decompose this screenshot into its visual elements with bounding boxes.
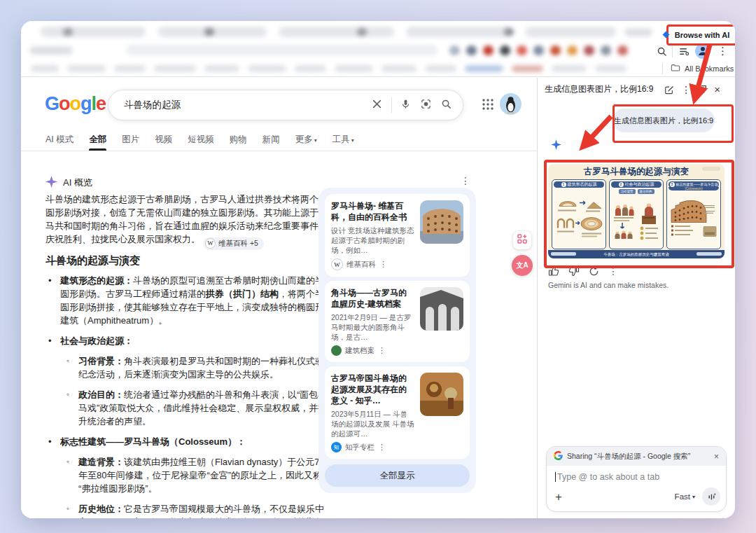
ai-overview-header: AI 概览 [46, 176, 92, 190]
card-snippet: 设计 竞技场这种建筑形态起源于古希腊时期的剧场，例如… [331, 226, 414, 255]
browser-menu-icon[interactable]: ⋮ [718, 46, 728, 56]
blurred-extension-icon [617, 46, 628, 55]
blurred-bookmark [382, 65, 416, 72]
tab-tools[interactable]: 工具▾ [332, 134, 354, 151]
list-item: ◦建造背景：该建筑由弗拉维王朝（Flavian dynasty）于公元72年至8… [65, 455, 328, 495]
google-logo[interactable]: Google [45, 93, 106, 115]
wikipedia-icon: W [205, 238, 216, 249]
sidebar-header: 生成信息图表图片，比例16:9 ⋮ × [545, 83, 720, 95]
source-chip[interactable]: W维基百科 +5 [203, 237, 264, 250]
voice-input-button[interactable] [702, 487, 720, 506]
list-item: •建筑形态的起源：斗兽场的原型可追溯至古希腊时期傍山而建的半圆形剧场。古罗马工程… [46, 274, 328, 327]
account-avatar[interactable] [500, 93, 522, 118]
side-search-icon[interactable] [657, 46, 667, 60]
add-attachment-button[interactable]: + [555, 491, 562, 503]
card-thumbnail-arches [420, 287, 463, 331]
infographic-column-3: 3标志性建筑——罗马斗兽场 (Colosseum) [666, 179, 721, 249]
browse-with-ai-button[interactable]: Browse with AI [666, 25, 735, 46]
search-input[interactable]: 斗兽场的起源 [108, 90, 463, 120]
infographic-footer: 斗兽场：古罗马的血腥历史与建筑奇迹 [548, 250, 724, 258]
generated-infographic-image[interactable]: 古罗马斗兽场的起源与演变 1建筑形态的起源 [548, 164, 724, 258]
card-menu-icon[interactable]: ⋮ [379, 261, 387, 268]
browser-chrome: ⋮ All Bookmarks [21, 21, 735, 77]
tab-short-videos[interactable]: 短视频 [188, 134, 214, 151]
tab-images[interactable]: 图片 [122, 134, 139, 151]
ai-spark-icon [663, 32, 670, 39]
google-g-icon [554, 450, 563, 463]
blurred-favicon [504, 28, 514, 36]
blurred-extension-icon [449, 46, 460, 55]
thumbs-down-icon[interactable] [568, 265, 580, 277]
list-item: •社会与政治起源： [46, 334, 328, 347]
blurred-extension-icon [567, 46, 578, 55]
list-item: ◦习俗背景：角斗表演最初是罗马共和国时期的一种葬礼仪式或纪念活动，后来逐渐演变为… [65, 354, 328, 381]
infographic-art-society [611, 194, 662, 247]
blurred-bookmark [335, 65, 373, 72]
infographic-column-1: 1建筑形态的起源 [552, 179, 606, 249]
all-bookmarks-button[interactable]: All Bookmarks [671, 63, 734, 74]
translate-extension-button[interactable]: 文A [512, 255, 533, 276]
reading-list-icon[interactable] [679, 46, 690, 60]
blurred-extension-icon [550, 46, 561, 55]
ai-overview-label: AI 概览 [63, 176, 92, 189]
bookmarks-divider [662, 63, 663, 74]
card-snippet: 2021年2月9日 — 是古罗马时期最大的圆形角斗场，是古… [331, 312, 414, 342]
response-menu-icon[interactable]: ⋮ [608, 266, 618, 276]
chrome-divider [21, 76, 735, 77]
ai-sparkle-icon [46, 176, 57, 190]
blurred-extension-icon [500, 46, 510, 55]
sidebar-title: 生成信息图表图片，比例16:9 [545, 83, 657, 95]
blurred-extension-icon [584, 46, 594, 55]
sidebar-menu-icon[interactable]: ⋮ [681, 85, 691, 95]
search-tabs: AI 模式 全部 图片 视频 短视频 购物 新闻 更多▾ 工具▾ [46, 134, 354, 151]
infographic-badge-politics: 政治目的 [638, 189, 654, 194]
chat-input[interactable]: Type @ to ask about a tab [547, 466, 726, 483]
tab-shopping[interactable]: 购物 [230, 134, 247, 151]
profile-avatar-icon[interactable] [695, 43, 710, 62]
card-snippet: 2023年5月11日 — 斗兽场的起源以及发展 斗兽场的起源可… [331, 409, 414, 438]
tab-news[interactable]: 新闻 [262, 134, 280, 151]
blurred-extension-icon [533, 46, 544, 55]
chat-placeholder: Type @ to ask about a tab [557, 472, 659, 482]
browse-with-ai-label: Browse with AI [675, 31, 729, 39]
blurred-bookmark [204, 65, 239, 72]
remove-context-icon[interactable]: × [714, 452, 719, 462]
infographic-art-architecture [554, 188, 604, 247]
tab-ai-mode[interactable]: AI 模式 [46, 134, 74, 151]
widget-plus-icon [517, 234, 527, 247]
tab-all[interactable]: 全部 [89, 134, 106, 151]
close-sidebar-icon[interactable]: × [714, 83, 720, 95]
new-chat-icon[interactable] [664, 85, 674, 95]
blurred-bookmark [552, 65, 587, 72]
blurred-bookmark [512, 65, 543, 72]
google-lens-icon[interactable] [421, 99, 431, 112]
open-in-window-icon[interactable] [698, 85, 707, 94]
google-apps-grid-icon[interactable] [482, 98, 494, 113]
chevron-down-icon: ▾ [692, 494, 695, 500]
gemini-disclaimer: Gemini is AI and can make mistakes. [548, 281, 668, 289]
model-speed-selector[interactable]: Fast▾ [675, 492, 695, 501]
show-all-button[interactable]: 全部显示 [325, 464, 470, 487]
card-title: 角斗场——古罗马的血腥历史-建筑档案 [331, 287, 414, 310]
zhihu-icon: 知 [331, 442, 342, 452]
blurred-tab [279, 27, 394, 37]
regenerate-icon[interactable] [589, 266, 599, 277]
thumbs-up-icon[interactable] [548, 265, 559, 277]
infographic-art-colosseum [668, 191, 719, 247]
source-card-zhihu[interactable]: 古罗马帝国斗兽场的起源发展及其存在的意义 - 知乎… 2023年5月11日 — … [325, 366, 470, 459]
search-submit-icon[interactable] [441, 99, 451, 112]
source-card-wikipedia[interactable]: 罗马斗兽场- 维基百科，自由的百科全书 设计 竞技场这种建筑形态起源于古希腊时期… [325, 194, 470, 277]
clear-search-icon[interactable] [372, 99, 382, 111]
blurred-favicon [204, 28, 214, 36]
extension-widget-button[interactable] [513, 231, 531, 249]
tab-more[interactable]: 更多▾ [295, 134, 317, 151]
card-menu-icon[interactable]: ⋮ [378, 347, 386, 354]
tab-videos[interactable]: 视频 [155, 134, 172, 151]
overview-menu-icon[interactable]: ⋮ [461, 176, 470, 186]
card-menu-icon[interactable]: ⋮ [378, 443, 386, 451]
source-card-jianzhu[interactable]: 角斗场——古罗马的血腥历史-建筑档案 2021年2月9日 — 是古罗马时期最大的… [325, 281, 470, 362]
blurred-extension-icon [601, 46, 611, 55]
mic-icon[interactable] [400, 99, 411, 112]
sharing-context-label: Sharing “斗兽场的起源 - Google 搜索” [567, 452, 710, 462]
blurred-extension-icon [483, 46, 493, 55]
